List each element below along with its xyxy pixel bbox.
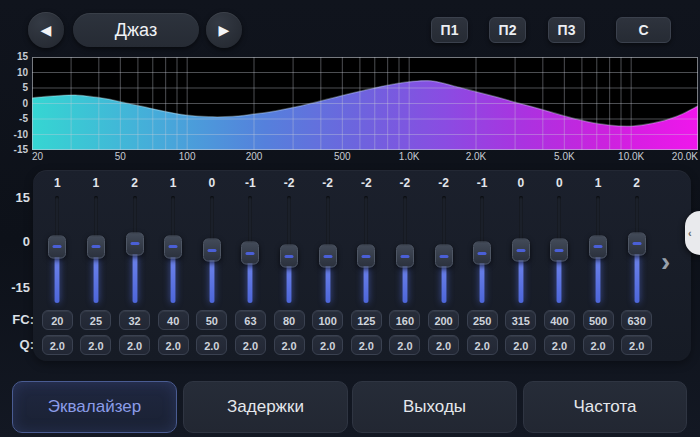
freq-tick-label: 10.0K	[618, 151, 644, 162]
band-q-chip[interactable]: 2.0	[42, 335, 73, 355]
eq-bands-panel: 11210-1-2-2-2-2-2-10012 2025324	[33, 170, 691, 361]
freq-tick-label: 2.0K	[466, 151, 487, 162]
band-q-chip[interactable]: 2.0	[505, 335, 536, 355]
slider-axis-max: 15	[2, 190, 30, 205]
tab-frequency[interactable]: Частота	[523, 381, 687, 433]
band-gain-value: -2	[347, 174, 386, 192]
band-fc-chip[interactable]: 315	[505, 310, 536, 330]
band-gain-slider[interactable]	[77, 194, 116, 306]
band-q-chip[interactable]: 2.0	[621, 335, 652, 355]
preset-selector[interactable]: Джаз	[73, 13, 199, 47]
band-gain-values-row: 11210-1-2-2-2-2-2-10012	[38, 174, 656, 192]
band-fc-row: 2025324050638010012516020025031540050063…	[38, 310, 656, 332]
slider-thumb[interactable]	[396, 245, 414, 268]
slider-thumb[interactable]	[512, 239, 530, 262]
slider-thumb[interactable]	[241, 242, 259, 265]
band-fc-chip[interactable]: 160	[389, 310, 420, 330]
band-q-chip[interactable]: 2.0	[351, 335, 382, 355]
band-q-chip[interactable]: 2.0	[583, 335, 614, 355]
band-fc-chip[interactable]: 40	[158, 310, 189, 330]
band-fc-chip[interactable]: 500	[583, 310, 614, 330]
slider-thumb[interactable]	[550, 239, 568, 262]
band-q-chip[interactable]: 2.0	[119, 335, 150, 355]
freq-tick-label: 20	[32, 151, 43, 162]
db-tick-label: 0	[0, 98, 28, 109]
band-fc-chip[interactable]: 250	[467, 310, 498, 330]
tab-delays[interactable]: Задержки	[183, 381, 348, 433]
tab-outputs[interactable]: Выходы	[352, 381, 517, 433]
memory-preset-1-button[interactable]: П1	[431, 17, 468, 43]
slider-thumb[interactable]	[473, 242, 491, 265]
band-fc-chip[interactable]: 20	[42, 310, 73, 330]
band-q-row: 2.02.02.02.02.02.02.02.02.02.02.02.02.02…	[38, 335, 656, 357]
next-bands-page-button[interactable]: ›	[661, 248, 670, 276]
freq-tick-label: 50	[115, 151, 126, 162]
band-gain-slider[interactable]	[617, 194, 656, 306]
band-fc-chip[interactable]: 25	[80, 310, 111, 330]
slider-thumb[interactable]	[628, 232, 646, 255]
side-panel-pull-tab[interactable]: ‹	[685, 211, 700, 255]
freq-tick-label: 500	[334, 151, 351, 162]
band-fc-chip[interactable]: 400	[544, 310, 575, 330]
eq-curve-chart	[32, 57, 698, 150]
band-q-chip[interactable]: 2.0	[467, 335, 498, 355]
band-q-chip[interactable]: 2.0	[544, 335, 575, 355]
db-tick-label: -5	[0, 113, 28, 124]
band-gain-slider[interactable]	[115, 194, 154, 306]
band-fc-chip[interactable]: 63	[235, 310, 266, 330]
tab-equalizer[interactable]: Эквалайзер	[12, 381, 177, 433]
band-gain-slider[interactable]	[193, 194, 232, 306]
band-gain-value: 1	[38, 174, 77, 192]
band-gain-slider[interactable]	[502, 194, 541, 306]
band-gain-slider[interactable]	[463, 194, 502, 306]
band-q-chip[interactable]: 2.0	[312, 335, 343, 355]
band-gain-slider[interactable]	[540, 194, 579, 306]
band-q-chip[interactable]: 2.0	[80, 335, 111, 355]
band-gain-slider[interactable]	[38, 194, 77, 306]
slider-thumb[interactable]	[126, 232, 144, 255]
slider-axis-zero: 0	[2, 234, 30, 249]
band-gain-slider[interactable]	[386, 194, 425, 306]
slider-thumb[interactable]	[280, 245, 298, 268]
slider-thumb[interactable]	[203, 239, 221, 262]
slider-thumb[interactable]	[164, 235, 182, 258]
band-q-chip[interactable]: 2.0	[274, 335, 305, 355]
band-fc-chip[interactable]: 80	[274, 310, 305, 330]
db-tick-label: 10	[0, 67, 28, 78]
band-gain-value: -1	[463, 174, 502, 192]
slider-thumb[interactable]	[48, 235, 66, 258]
band-gain-slider[interactable]	[308, 194, 347, 306]
band-fc-chip[interactable]: 125	[351, 310, 382, 330]
slider-thumb[interactable]	[87, 235, 105, 258]
band-gain-slider[interactable]	[270, 194, 309, 306]
band-q-chip[interactable]: 2.0	[158, 335, 189, 355]
band-fc-chip[interactable]: 32	[119, 310, 150, 330]
memory-preset-3-button[interactable]: П3	[548, 17, 585, 43]
band-gain-slider[interactable]	[424, 194, 463, 306]
band-fc-chip[interactable]: 630	[621, 310, 652, 330]
q-row-label: Q:	[2, 337, 34, 352]
band-q-chip[interactable]: 2.0	[196, 335, 227, 355]
band-gain-slider[interactable]	[231, 194, 270, 306]
band-q-chip[interactable]: 2.0	[428, 335, 459, 355]
band-q-chip[interactable]: 2.0	[235, 335, 266, 355]
slider-thumb[interactable]	[319, 245, 337, 268]
db-tick-label: -15	[0, 144, 28, 155]
slider-thumb[interactable]	[435, 245, 453, 268]
band-gain-slider[interactable]	[347, 194, 386, 306]
reset-button[interactable]: C	[616, 17, 671, 43]
band-gain-slider[interactable]	[154, 194, 193, 306]
band-gain-slider[interactable]	[579, 194, 618, 306]
band-fc-chip[interactable]: 100	[312, 310, 343, 330]
band-q-chip[interactable]: 2.0	[389, 335, 420, 355]
preset-prev-button[interactable]: ◀	[28, 12, 64, 48]
preset-next-button[interactable]: ▶	[206, 12, 242, 48]
slider-thumb[interactable]	[589, 235, 607, 258]
memory-preset-2-button[interactable]: П2	[489, 17, 526, 43]
band-fc-chip[interactable]: 50	[196, 310, 227, 330]
band-gain-value: -2	[386, 174, 425, 192]
band-fc-chip[interactable]: 200	[428, 310, 459, 330]
slider-thumb[interactable]	[357, 245, 375, 268]
freq-tick-label: 20.0K	[672, 151, 698, 162]
band-gain-value: -2	[424, 174, 463, 192]
